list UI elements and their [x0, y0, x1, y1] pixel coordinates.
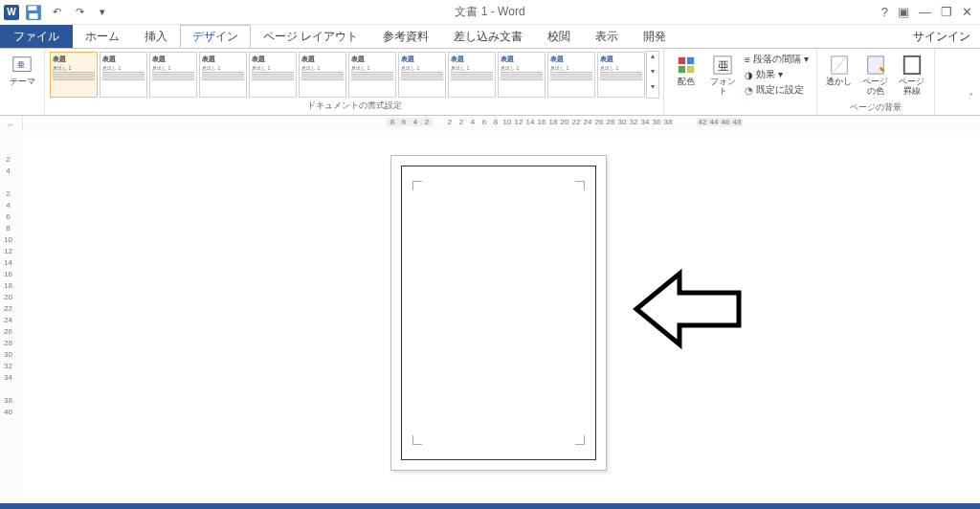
page-color-label: ページの色 — [859, 77, 892, 97]
tab-home[interactable]: ホーム — [73, 25, 132, 48]
group-label-document-formatting: ドキュメントの書式設定 — [49, 99, 659, 113]
group-formatting-options: 配色 亜 フォント ≡段落の間隔 ▾ ◑効果 ▾ ◔既定に設定 — [664, 49, 817, 115]
colors-label: 配色 — [678, 77, 695, 87]
quick-access-toolbar: W ↶ ↷ ▾ — [0, 4, 111, 21]
document-area: 242468101214161820222426283032343840 — [0, 132, 980, 501]
close-icon[interactable]: ✕ — [962, 5, 972, 19]
watermark-button[interactable]: 透かし — [821, 51, 858, 100]
fonts-label: フォント — [706, 77, 739, 97]
paragraph-spacing-icon: ≡ — [745, 55, 750, 65]
style-set-thumb[interactable]: 表題見出し 1 — [299, 52, 346, 98]
tab-mailings[interactable]: 差し込み文書 — [441, 25, 535, 48]
formatting-sub-options: ≡段落の間隔 ▾ ◑効果 ▾ ◔既定に設定 — [741, 51, 813, 115]
style-set-thumb[interactable]: 表題見出し 1 — [597, 52, 645, 98]
style-set-thumb[interactable]: 表題見出し 1 — [448, 52, 496, 98]
style-set-thumb[interactable]: 表題見出し 1 — [249, 52, 297, 98]
page-borders-label: ページ罫線 — [896, 77, 928, 97]
svg-rect-6 — [687, 57, 694, 64]
redo-icon[interactable]: ↷ — [71, 4, 88, 21]
svg-text:亜: 亜 — [17, 60, 25, 69]
tab-review[interactable]: 校閲 — [535, 25, 583, 48]
svg-rect-13 — [867, 56, 883, 74]
minimize-icon[interactable]: — — [919, 5, 931, 19]
group-label-page-background: ページの背景 — [821, 100, 930, 115]
themes-label: テーマ — [10, 77, 35, 87]
watermark-label: 透かし — [826, 77, 852, 87]
qat-customize-icon[interactable]: ▾ — [94, 4, 111, 21]
ribbon: 亜 テーマ 表題見出し 1表題見出し 1表題見出し 1表題見出し 1表題見出し … — [0, 49, 980, 116]
style-set-thumb[interactable]: 表題見出し 1 — [199, 52, 247, 98]
crop-mark-top-left — [412, 181, 422, 190]
svg-text:亜: 亜 — [718, 59, 729, 73]
style-set-thumb[interactable]: 表題見出し 1 — [547, 52, 595, 98]
gallery-scroll-up-icon[interactable]: ▴ — [647, 52, 658, 67]
svg-rect-5 — [679, 57, 685, 64]
sign-in-link[interactable]: サインイン — [903, 25, 980, 48]
undo-icon[interactable]: ↶ — [48, 4, 65, 21]
group-document-formatting: 表題見出し 1表題見出し 1表題見出し 1表題見出し 1表題見出し 1表題見出し… — [45, 49, 664, 115]
style-set-thumb[interactable]: 表題見出し 1 — [50, 52, 98, 98]
vertical-ruler[interactable]: 242468101214161820222426283032343840 — [0, 132, 23, 501]
style-set-thumb[interactable]: 表題見出し 1 — [149, 52, 197, 98]
collapse-ribbon-icon[interactable]: ˄ — [969, 92, 974, 104]
effects-button[interactable]: ◑効果 ▾ — [745, 68, 809, 81]
help-icon[interactable]: ? — [881, 5, 888, 19]
tab-view[interactable]: 表示 — [583, 25, 631, 48]
svg-rect-7 — [679, 66, 685, 73]
crop-mark-top-right — [575, 181, 585, 190]
style-set-gallery[interactable]: 表題見出し 1表題見出し 1表題見出し 1表題見出し 1表題見出し 1表題見出し… — [49, 51, 646, 99]
fonts-button[interactable]: 亜 フォント — [704, 51, 741, 115]
themes-button[interactable]: 亜 テーマ — [4, 51, 40, 91]
set-default-icon: ◔ — [745, 85, 753, 96]
annotation-arrow-left-icon — [632, 266, 746, 354]
tab-insert[interactable]: 挿入 — [132, 25, 180, 48]
tab-file[interactable]: ファイル — [0, 25, 73, 48]
style-set-thumb[interactable]: 表題見出し 1 — [100, 52, 147, 98]
page-borders-button[interactable]: ページ罫線 — [894, 51, 930, 100]
svg-rect-2 — [30, 13, 38, 19]
group-page-background: 透かし ページの色 ページ罫線 ページの背景 — [817, 49, 935, 115]
page-color-button[interactable]: ページの色 — [858, 51, 894, 100]
page[interactable] — [390, 155, 607, 471]
crop-mark-bottom-left — [412, 435, 422, 445]
group-themes: 亜 テーマ — [0, 49, 45, 115]
ribbon-tabs: ファイル ホーム 挿入 デザイン ページ レイアウト 参考資料 差し込み文書 校… — [0, 25, 980, 48]
gallery-scroll[interactable]: ▴ ▾ ▾ — [646, 51, 659, 99]
svg-rect-8 — [687, 66, 694, 73]
restore-icon[interactable]: ❐ — [941, 5, 952, 19]
style-set-thumb[interactable]: 表題見出し 1 — [498, 52, 546, 98]
word-app-icon: W — [4, 5, 19, 20]
effects-icon: ◑ — [745, 70, 753, 80]
colors-button[interactable]: 配色 — [668, 51, 704, 115]
document-canvas[interactable] — [23, 132, 980, 501]
tab-developer[interactable]: 開発 — [631, 25, 679, 48]
svg-rect-1 — [28, 6, 36, 11]
document-title: 文書 1 - Word — [455, 4, 524, 20]
status-bar[interactable] — [0, 503, 980, 509]
tab-design[interactable]: デザイン — [180, 25, 251, 48]
tab-page-layout[interactable]: ページ レイアウト — [251, 25, 370, 48]
gallery-more-icon[interactable]: ▾ — [647, 82, 658, 98]
horizontal-ruler[interactable]: 8642224681012141618202224262830323436384… — [23, 116, 980, 133]
title-bar: W ↶ ↷ ▾ 文書 1 - Word ? ▣ — ❐ ✕ — [0, 0, 980, 25]
tab-selector-icon[interactable]: ⌐ — [0, 116, 23, 133]
gallery-scroll-down-icon[interactable]: ▾ — [647, 67, 658, 82]
ruler-area: ⌐ 86422246810121416182022242628303234363… — [0, 116, 980, 133]
svg-rect-14 — [903, 56, 920, 74]
set-default-button[interactable]: ◔既定に設定 — [745, 83, 809, 97]
tab-references[interactable]: 参考資料 — [370, 25, 441, 48]
ribbon-display-options-icon[interactable]: ▣ — [898, 5, 909, 19]
style-set-thumb[interactable]: 表題見出し 1 — [398, 52, 446, 98]
window-controls: ? ▣ — ❐ ✕ — [881, 5, 980, 19]
save-icon[interactable] — [25, 4, 42, 21]
paragraph-spacing-button[interactable]: ≡段落の間隔 ▾ — [745, 53, 809, 66]
page-inner-border — [401, 166, 596, 460]
crop-mark-bottom-right — [575, 435, 585, 445]
style-set-thumb[interactable]: 表題見出し 1 — [348, 52, 396, 98]
